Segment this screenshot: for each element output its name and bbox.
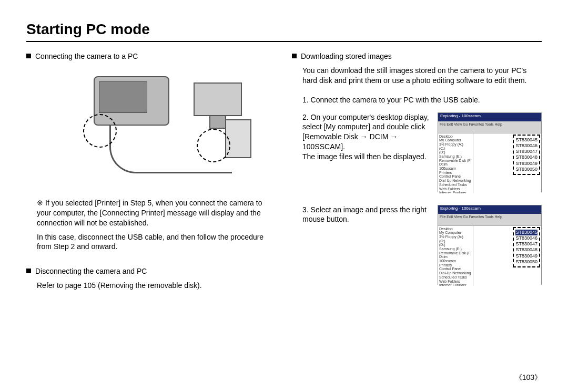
- printer-note-text: If you selected [Printer] in Step 5, whe…: [37, 199, 262, 227]
- file-item: ST830046: [515, 143, 537, 149]
- printer-note: ※If you selected [Printer] in Step 5, wh…: [37, 198, 276, 228]
- tree-item: Internet Explorer: [439, 283, 472, 285]
- file-item: ST830047: [515, 149, 537, 154]
- explorer-file-pane: ST830045ST830046ST830047ST830048ST830049…: [473, 133, 541, 193]
- step-1: 1. Connect the camera to your PC with th…: [302, 95, 542, 105]
- tree-item: 100sscam: [439, 167, 472, 171]
- step-2-line2: The image files will then be displayed.: [302, 152, 430, 162]
- bullet-icon: [292, 54, 297, 58]
- file-list-highlight: ST830045ST830046ST830047ST830048ST830049…: [513, 227, 540, 268]
- tree-item: Dcim: [439, 255, 472, 259]
- tree-item: Scheduled Tasks: [439, 183, 472, 187]
- tree-item: 100sscam: [439, 259, 472, 263]
- page-title: Starting PC mode: [26, 21, 542, 42]
- tree-item: Web Folders: [439, 187, 472, 191]
- tree-item: Dial-Up Networking: [439, 179, 472, 183]
- file-item: ST830045: [515, 137, 537, 143]
- page-number: 《103》: [515, 373, 542, 383]
- tree-item: My Computer: [439, 231, 472, 235]
- file-item: ST830049: [515, 161, 537, 167]
- callout-circle-camera-port: [83, 114, 117, 148]
- downloading-heading: Downloading stored images: [301, 51, 392, 61]
- tree-item: My Computer: [439, 138, 472, 142]
- file-item: ST830046: [515, 235, 537, 241]
- tree-item: Samsung (E:): [439, 247, 472, 251]
- reference-mark-icon: ※: [37, 199, 43, 207]
- explorer-menu: File Edit View Go Favorites Tools Help: [438, 214, 541, 220]
- file-item: ST830048: [515, 247, 537, 253]
- tree-item: 3½ Floppy (A:): [439, 142, 472, 147]
- right-column: Downloading stored images You can downlo…: [292, 51, 542, 297]
- tree-item: (D:): [439, 243, 472, 247]
- file-item: ST830045: [515, 230, 537, 235]
- file-item: ST830048: [515, 154, 537, 160]
- tree-item: Dial-Up Networking: [439, 271, 472, 275]
- tree-item: Internet Explorer: [439, 191, 472, 193]
- explorer-toolbar: File Edit View Go Favorites Tools Help: [438, 121, 541, 133]
- step-3: 3. Select an image and press the right m…: [302, 205, 430, 225]
- step-2-line1: 2. On your computer's desktop display, s…: [302, 112, 430, 152]
- explorer-screenshot-1: Exploring - 100sscam File Edit View Go F…: [438, 112, 542, 192]
- tree-item: Printers: [439, 171, 472, 175]
- explorer-file-pane: ST830045ST830046ST830047ST830048ST830049…: [473, 226, 541, 286]
- explorer-screenshot-2: Exploring - 100sscam File Edit View Go F…: [438, 205, 542, 285]
- disconnecting-heading: Disconnecting the camera and PC: [35, 266, 147, 276]
- left-column: Connecting the camera to a PC ※If you se…: [26, 51, 276, 297]
- tree-item: (D:): [439, 150, 472, 154]
- camera-screen-graphic: [99, 81, 147, 113]
- explorer-tree: DesktopMy Computer3½ Floppy (A:)(C:)(D:)…: [438, 133, 473, 193]
- file-item: ST830047: [515, 241, 537, 247]
- connecting-heading: Connecting the camera to a PC: [35, 51, 138, 61]
- tree-item: Dcim: [439, 162, 472, 167]
- callout-circle-pc-port: [197, 129, 230, 162]
- disconnecting-body: Refer to page 105 (Removing the removabl…: [37, 281, 276, 291]
- tree-item: Removable Disk (F:): [439, 251, 472, 255]
- explorer-titlebar: Exploring - 100sscam: [438, 113, 541, 121]
- tree-item: Control Panel: [439, 267, 472, 271]
- monitor-graphic: [194, 82, 242, 116]
- file-list-highlight: ST830045ST830046ST830047ST830048ST830049…: [513, 135, 540, 176]
- explorer-toolbar: File Edit View Go Favorites Tools Help: [438, 214, 541, 226]
- downloading-intro: You can download the still images stored…: [302, 66, 542, 86]
- tree-item: 3½ Floppy (A:): [439, 235, 472, 239]
- explorer-titlebar: Exploring - 100sscam: [438, 205, 541, 214]
- tree-item: (C:): [439, 239, 472, 243]
- explorer-menu: File Edit View Go Favorites Tools Help: [438, 121, 541, 127]
- tree-item: Web Folders: [439, 280, 472, 284]
- explorer-tree: DesktopMy Computer3½ Floppy (A:)(C:)(D:)…: [438, 226, 473, 286]
- file-item: ST830049: [515, 253, 537, 259]
- tree-item: (C:): [439, 147, 472, 151]
- tree-item: Desktop: [439, 135, 472, 139]
- tree-item: Desktop: [439, 227, 472, 231]
- file-item: ST830050: [515, 167, 537, 172]
- tree-item: Removable Disk (F:): [439, 159, 472, 163]
- bullet-icon: [26, 269, 31, 273]
- tree-item: Scheduled Tasks: [439, 275, 472, 280]
- tree-item: Control Panel: [439, 174, 472, 179]
- file-item: ST830050: [515, 259, 537, 265]
- tree-item: Printers: [439, 263, 472, 267]
- printer-note-continued: In this case, disconnect the USB cable, …: [37, 232, 276, 252]
- bullet-icon: [26, 54, 31, 58]
- tree-item: Samsung (E:): [439, 154, 472, 159]
- camera-to-pc-illustration: [52, 67, 251, 188]
